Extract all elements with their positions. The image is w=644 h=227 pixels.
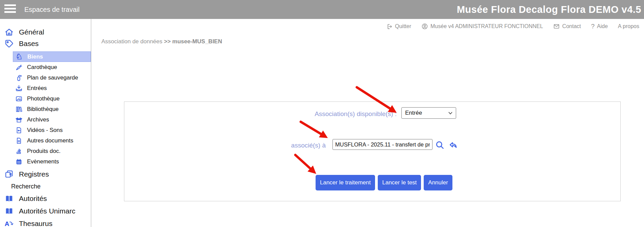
breadcrumb: Association de données >> musee-MUS_BIEN [101,38,222,45]
extinguisher-icon [15,74,23,82]
tag-icon [4,39,14,49]
question-icon: ? [591,23,595,30]
workspace-label: Espaces de travail [24,0,79,19]
user-icon [421,23,428,30]
header-links: Quitter Musée v4 ADMINISTRATEUR FONCTION… [386,19,639,34]
undo-icon[interactable] [448,139,459,150]
sidebar-item-thesaurus[interactable]: A Thesaurus [4,218,89,227]
sidebar-item-phototheque[interactable]: Photothèque [13,93,91,104]
sidebar-item-bases[interactable]: Bases [4,38,89,49]
sidebar-item-entrees[interactable]: Entrées [13,83,91,93]
sidebar-item-produits-doc[interactable]: Produits doc. [13,146,91,156]
mail-icon [553,23,560,30]
registers-icon [4,169,14,179]
association-select[interactable]: Entrée [401,107,456,119]
sidebar-item-plan-de-sauvegarde[interactable]: Plan de sauvegarde [13,72,91,83]
contact-link[interactable]: Contact [553,23,581,30]
sidebar-item-videos-sons[interactable]: Vidéos - Sons [13,125,91,135]
calendar-icon [15,158,23,165]
topbar: Espaces de travail Musée Flora Decalog F… [0,0,644,19]
inbox-download-icon [15,84,23,92]
sidebar-item-bibliotheque[interactable]: Bibliothèque [13,104,91,114]
paper-stack-icon [15,147,23,155]
exit-icon [386,23,393,30]
document-icon [15,137,23,144]
about-link[interactable]: A propos [618,23,639,29]
open-book-icon [4,206,14,216]
video-document-icon [15,126,23,134]
associated-to-input[interactable] [332,139,432,150]
sidebar-item-archives[interactable]: Archives [13,114,91,125]
archive-box-icon [15,116,23,123]
quit-link[interactable]: Quitter [386,23,411,30]
associated-to-label: associé(s) à [124,142,326,149]
chevron-down-icon [448,110,452,116]
breadcrumb-current: >> musee-MUS_BIEN [164,38,222,45]
launch-processing-button[interactable]: Lancer le traitement [316,175,375,190]
carrot-icon [15,63,23,71]
form-buttons: Lancer le traitement Lancer le test Annu… [316,175,452,190]
sidebar-item-autres-documents[interactable]: Autres documents [13,135,91,146]
association-form-panel: Association(s) disponible(s) : Entrée as… [124,101,621,201]
flora-application-window: Espaces de travail Musée Flora Decalog F… [0,0,644,227]
association-available-label: Association(s) disponible(s) : [124,110,397,118]
search-button[interactable] [434,139,445,150]
user-account-link[interactable]: Musée v4 ADMINISTRATEUR FONCTIONNEL [421,23,543,30]
app-title: Musée Flora Decalog Flora DEMO v4.5 [457,0,641,19]
knight-icon: ♘ [15,53,23,61]
photo-icon [15,95,23,103]
sidebar-item-carotheque[interactable]: Carothèque [13,62,91,72]
home-icon [4,27,14,37]
launch-test-button[interactable]: Lancer le test [378,175,421,190]
hamburger-menu-icon[interactable] [4,4,16,15]
association-select-value: Entrée [405,110,422,116]
open-book-icon [4,194,14,204]
sidebar: Général Bases ♘ Biens Carothèque Plan de… [0,19,91,227]
library-icon [15,105,23,113]
sidebar-item-recherche[interactable]: Recherche [11,181,89,192]
sidebar-item-biens[interactable]: ♘ Biens [13,51,91,62]
sidebar-item-autorites-unimarc[interactable]: Autorités Unimarc [4,205,89,217]
sidebar-item-autorites[interactable]: Autorités [4,193,89,204]
sidebar-item-general[interactable]: Général [4,26,89,38]
cancel-button[interactable]: Annuler [424,175,452,190]
sidebar-item-evenements[interactable]: Evènements [13,156,91,167]
sidebar-item-registres[interactable]: Registres [4,168,89,180]
thesaurus-icon: A [4,219,14,227]
help-link[interactable]: ? Aide [591,23,608,30]
